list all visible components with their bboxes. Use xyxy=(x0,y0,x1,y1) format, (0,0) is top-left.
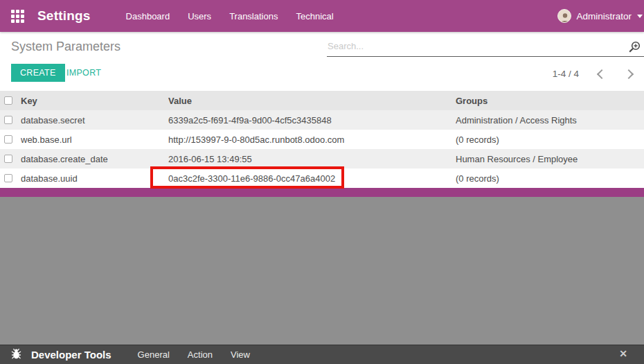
param-groups: (0 records) xyxy=(456,173,644,184)
developer-tools-title: Developer Tools xyxy=(31,349,111,361)
param-groups: Administration / Access Rights xyxy=(456,115,644,125)
param-value: 2016-06-15 13:49:55 xyxy=(168,154,456,164)
list-footer-stripe xyxy=(0,188,644,197)
nav-item-dashboard[interactable]: Dashboard xyxy=(126,11,170,21)
developer-menu: General Action View xyxy=(138,349,250,360)
import-button[interactable]: IMPORT xyxy=(66,64,101,82)
top-navbar: Settings Dashboard Users Translations Te… xyxy=(0,0,644,32)
row-checkbox[interactable] xyxy=(4,174,12,182)
table-row[interactable]: database.secret 6339a2c5-f691-4f9a-9d00-… xyxy=(0,110,644,130)
param-groups: Human Resources / Employee xyxy=(456,154,644,164)
param-key: database.uuid xyxy=(21,173,168,184)
empty-background xyxy=(0,197,644,345)
table-header-row: Key Value Groups xyxy=(0,91,644,110)
search-input[interactable] xyxy=(327,38,644,57)
top-menu: Dashboard Users Translations Technical xyxy=(126,11,334,21)
parameters-table: Key Value Groups database.secret 6339a2c… xyxy=(0,91,644,188)
user-name: Administrator xyxy=(576,11,632,21)
developer-toolbar: Developer Tools General Action View ✕ xyxy=(0,345,644,364)
bug-icon xyxy=(10,347,22,363)
search-bar xyxy=(327,38,644,57)
param-key: database.secret xyxy=(21,115,168,125)
app-window: Settings Dashboard Users Translations Te… xyxy=(0,0,644,364)
user-menu[interactable]: Administrator xyxy=(557,9,643,23)
dev-menu-view[interactable]: View xyxy=(231,349,250,360)
dev-menu-general[interactable]: General xyxy=(138,349,170,360)
nav-item-translations[interactable]: Translations xyxy=(229,11,278,21)
table-row[interactable]: database.uuid 0ac3c2fe-3300-11e6-9886-0c… xyxy=(0,168,644,188)
pager-previous-button[interactable] xyxy=(593,66,608,81)
param-value: 6339a2c5-f691-4f9a-9d00-4cf5c3435848 xyxy=(168,115,456,125)
row-checkbox[interactable] xyxy=(4,116,12,124)
row-checkbox[interactable] xyxy=(4,135,12,144)
table-row[interactable]: database.create_date 2016-06-15 13:49:55… xyxy=(0,149,644,168)
user-avatar xyxy=(557,9,571,23)
nav-item-technical[interactable]: Technical xyxy=(296,11,333,21)
param-key: web.base.url xyxy=(21,135,168,145)
nav-item-users[interactable]: Users xyxy=(188,11,211,21)
close-icon[interactable]: ✕ xyxy=(619,348,627,359)
column-header-key[interactable]: Key xyxy=(21,96,168,106)
apps-menu-icon[interactable] xyxy=(11,10,24,23)
column-header-value[interactable]: Value xyxy=(168,96,456,106)
dev-menu-action[interactable]: Action xyxy=(188,349,213,360)
app-title: Settings xyxy=(37,8,91,24)
table-row[interactable]: web.base.url http://153997-9-0-80d5ac.ru… xyxy=(0,130,644,149)
param-groups: (0 records) xyxy=(456,135,644,145)
search-zoom-icon[interactable] xyxy=(627,40,641,57)
table-body: database.secret 6339a2c5-f691-4f9a-9d00-… xyxy=(0,110,644,188)
column-header-groups[interactable]: Groups xyxy=(456,96,644,106)
param-value: 0ac3c2fe-3300-11e6-9886-0cc47a6a4002 xyxy=(168,173,456,184)
row-checkbox[interactable] xyxy=(4,155,12,163)
pager-next-button[interactable] xyxy=(622,66,637,81)
select-all-checkbox[interactable] xyxy=(4,96,12,105)
pager-range: 1-4 / 4 xyxy=(553,69,579,79)
page-title: System Parameters xyxy=(11,40,120,54)
param-value: http://153997-9-0-80d5ac.runbot8.odoo.co… xyxy=(168,135,456,145)
pager: 1-4 / 4 xyxy=(553,66,637,81)
chevron-down-icon xyxy=(637,15,643,18)
create-button[interactable]: CREATE xyxy=(11,64,65,82)
param-key: database.create_date xyxy=(21,154,168,164)
